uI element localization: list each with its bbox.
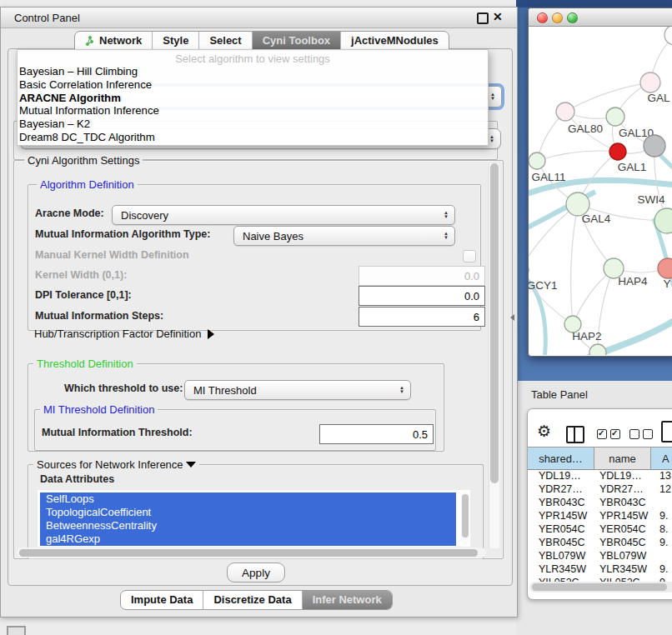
mi-type-combo[interactable]: Naive Bayes ▲▼ bbox=[233, 226, 455, 246]
table-header[interactable]: shared…nameA bbox=[528, 447, 672, 470]
algorithm-option[interactable]: Bayesian – Hill Climbing bbox=[18, 65, 488, 78]
table-row[interactable]: YLR345WYLR345W9. bbox=[528, 563, 672, 577]
tab-network[interactable]: Network bbox=[75, 32, 153, 50]
table-row[interactable]: YBL079WYBL079W bbox=[528, 550, 672, 563]
table-cell: YLR345W bbox=[594, 563, 651, 577]
combo-arrows-icon: ▲▼ bbox=[490, 92, 495, 101]
deselect-all-icon[interactable] bbox=[629, 429, 653, 439]
table-body[interactable]: YDL19…YDL19…13YDR27…YDR27…12YBR043CYBR04… bbox=[528, 470, 672, 590]
close-traffic-light-icon[interactable] bbox=[537, 12, 548, 23]
algorithm-option[interactable]: Mutual Information Inference bbox=[18, 104, 488, 118]
table-row[interactable]: YBR043CYBR043C bbox=[528, 497, 672, 510]
table-cell: YBR043C bbox=[594, 497, 651, 510]
split-divider-arrow-icon[interactable] bbox=[510, 314, 514, 321]
attribute-item[interactable]: gal4RGexp bbox=[40, 532, 456, 546]
table-horizontal-scrollbar[interactable] bbox=[529, 582, 672, 592]
network-edge[interactable] bbox=[565, 82, 650, 112]
column-header[interactable]: shared… bbox=[528, 448, 594, 469]
unchecked-box-icon bbox=[643, 429, 653, 439]
column-header[interactable]: A bbox=[651, 448, 672, 469]
network-node-gal1[interactable] bbox=[609, 143, 626, 160]
network-node[interactable] bbox=[644, 135, 665, 157]
mi-threshold-group: MI Threshold Definition Mutual Informati… bbox=[34, 409, 436, 451]
mi-threshold-field[interactable]: 0.5 bbox=[319, 424, 434, 444]
tab-style[interactable]: Style bbox=[153, 32, 199, 50]
table-cell bbox=[651, 550, 672, 563]
select-all-icon[interactable] bbox=[597, 429, 620, 439]
node-label: SWI4 bbox=[637, 193, 664, 206]
network-node-y[interactable] bbox=[658, 258, 672, 278]
gear-icon[interactable]: ⚙ bbox=[537, 422, 551, 441]
network-node[interactable] bbox=[664, 27, 672, 45]
table-row[interactable]: YER054CYER054C8. bbox=[528, 523, 672, 537]
table-row[interactable]: YDL19…YDL19…13 bbox=[528, 470, 672, 483]
screen: Table Panel GALGAL80GAL10GAL1GAL11SWI4GA… bbox=[0, 0, 672, 635]
table-cell: 9. bbox=[651, 510, 672, 523]
document-icon[interactable] bbox=[661, 421, 672, 442]
algorithm-option[interactable]: Basic Correlation Inference bbox=[18, 78, 488, 92]
network-edge[interactable] bbox=[529, 270, 573, 324]
scrollbar-thumb[interactable] bbox=[532, 583, 667, 591]
kernel-width-label: Kernel Width (0,1): bbox=[35, 269, 127, 281]
network-node-gal11[interactable] bbox=[529, 152, 545, 169]
attribute-item[interactable]: SelfLoops bbox=[40, 492, 456, 506]
network-graph[interactable]: GALGAL80GAL10GAL1GAL11SWI4GAL4GCY1HAP4YH… bbox=[529, 27, 672, 355]
settings-vertical-scrollbar[interactable] bbox=[489, 163, 499, 548]
columns-icon[interactable] bbox=[566, 426, 584, 443]
collapse-arrow-icon[interactable] bbox=[186, 462, 196, 468]
network-node-gal[interactable] bbox=[640, 72, 660, 92]
scrollbar-thumb[interactable] bbox=[490, 163, 499, 483]
aracne-mode-combo[interactable]: Discovery ▲▼ bbox=[112, 205, 455, 225]
network-node[interactable] bbox=[589, 344, 606, 355]
scrollbar-thumb[interactable] bbox=[462, 494, 469, 538]
table-cell: YPR145W bbox=[594, 510, 651, 523]
table-row[interactable]: YDR27…YDR27…12 bbox=[528, 483, 672, 497]
algorithm-popup-list: Bayesian – Hill ClimbingBasic Correlatio… bbox=[18, 65, 488, 144]
scrollbar-thumb[interactable] bbox=[19, 549, 478, 557]
table-cell: YER054C bbox=[594, 523, 651, 537]
table-cell: YBR045C bbox=[594, 537, 651, 550]
network-edge[interactable] bbox=[537, 151, 618, 161]
float-window-icon[interactable] bbox=[477, 12, 489, 24]
tab-select[interactable]: Select bbox=[199, 32, 252, 50]
tab-cyni-toolbox[interactable]: Cyni Toolbox bbox=[253, 32, 341, 50]
bottom-tab-discretize-data[interactable]: Discretize Data bbox=[203, 591, 302, 609]
network-node-gal10[interactable] bbox=[606, 108, 624, 126]
settings-horizontal-scrollbar[interactable] bbox=[17, 548, 486, 558]
algorithm-option[interactable]: ARACNE Algorithm bbox=[18, 92, 488, 105]
zoom-traffic-light-icon[interactable] bbox=[567, 12, 578, 23]
list-vertical-scrollbar[interactable] bbox=[461, 492, 469, 545]
network-node-gal80[interactable] bbox=[556, 102, 574, 121]
table-row[interactable]: YPR145WYPR145W9. bbox=[528, 510, 672, 523]
column-header[interactable]: name bbox=[594, 448, 651, 469]
which-threshold-combo[interactable]: MI Threshold ▲▼ bbox=[184, 380, 411, 400]
control-panel-tabs: NetworkStyleSelectCyni ToolboxjActiveMNo… bbox=[74, 31, 449, 51]
which-threshold-label: Which threshold to use: bbox=[64, 382, 183, 394]
minimized-panel-icon[interactable] bbox=[7, 626, 26, 635]
algorithm-option[interactable]: Dream8 DC_TDC Algorithm bbox=[18, 131, 488, 144]
apply-button[interactable]: Apply bbox=[227, 562, 285, 582]
kernel-width-field[interactable]: 0.0 bbox=[359, 266, 485, 286]
bottom-tabs: Impute DataDiscretize DataInfer Network bbox=[120, 590, 393, 610]
network-window-titlebar[interactable] bbox=[529, 8, 672, 27]
tab-jactivemnodules[interactable]: jActiveMNodules bbox=[341, 32, 449, 50]
bottom-tab-impute-data[interactable]: Impute Data bbox=[121, 591, 203, 609]
mi-steps-field[interactable]: 6 bbox=[359, 307, 485, 327]
dpi-tolerance-field[interactable]: 0.0 bbox=[359, 286, 485, 306]
combo-arrows-icon: ▲▼ bbox=[444, 232, 449, 240]
cyni-algorithm-settings-group: Cyni Algorithm Settings Algorithm Defini… bbox=[13, 160, 504, 559]
algorithm-option[interactable]: Bayesian – K2 bbox=[18, 118, 488, 131]
bottom-tab-infer-network[interactable]: Infer Network bbox=[303, 591, 392, 609]
hub-definition-expander[interactable]: Hub/Transcription Factor Definition bbox=[34, 328, 214, 340]
manual-kernel-checkbox[interactable] bbox=[463, 250, 476, 262]
close-icon[interactable]: ✕ bbox=[493, 10, 503, 23]
table-row[interactable]: YBR045CYBR045C9. bbox=[528, 537, 672, 550]
attribute-item[interactable]: TopologicalCoefficient bbox=[40, 506, 456, 519]
table-cell: YDL19… bbox=[528, 470, 594, 483]
data-attributes-list[interactable]: SelfLoopsTopologicalCoefficientBetweenne… bbox=[38, 490, 470, 547]
control-panel-titlebar[interactable]: Control Panel ✕ bbox=[1, 8, 517, 28]
network-edge[interactable] bbox=[571, 204, 578, 324]
minimize-traffic-light-icon[interactable] bbox=[552, 12, 563, 23]
attribute-item[interactable]: BetweennessCentrality bbox=[40, 519, 456, 532]
node-label: GAL11 bbox=[531, 171, 565, 183]
